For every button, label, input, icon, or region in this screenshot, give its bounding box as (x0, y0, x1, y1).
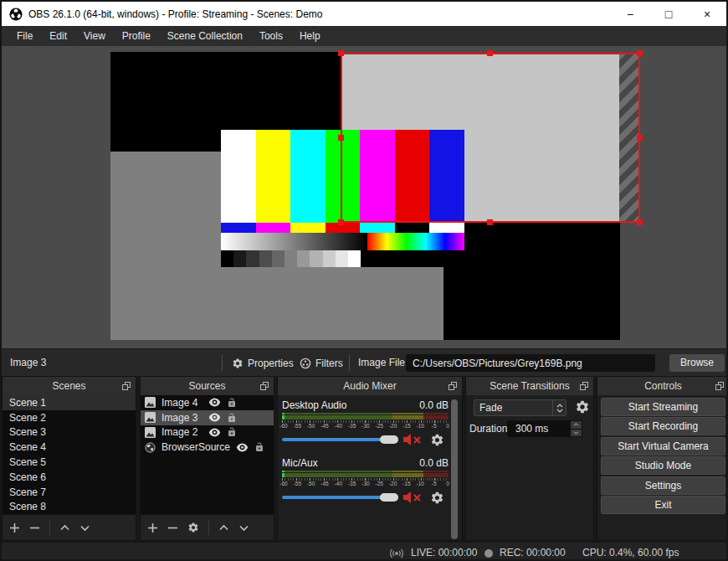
image-source-icon (145, 427, 156, 438)
volume-meter (282, 473, 449, 477)
mute-button[interactable] (402, 433, 424, 446)
volume-slider-handle[interactable] (380, 435, 398, 444)
selection-handle-bottom-mid[interactable] (487, 219, 493, 225)
add-scene-button[interactable] (9, 522, 20, 533)
source-name: Image 4 (161, 397, 203, 409)
selection-handle-mid-left[interactable] (338, 135, 344, 141)
start-streaming-button[interactable]: Start Streaming (601, 398, 725, 416)
scene-list-item[interactable]: Scene 7 (3, 485, 136, 500)
lock-open-icon[interactable] (227, 398, 237, 408)
channel-db-value: 0.0 dB (419, 457, 449, 469)
volume-slider[interactable] (282, 490, 398, 505)
close-button[interactable]: × (688, 2, 726, 26)
visibility-eye-icon[interactable] (208, 413, 221, 422)
separator (208, 521, 209, 535)
sources-list: Image 4 Image 3 Image 2 (141, 395, 274, 514)
mixer-scrollbar[interactable] (451, 399, 458, 539)
minimize-button[interactable]: − (611, 2, 649, 26)
lock-open-icon[interactable] (227, 427, 237, 437)
lock-open-icon[interactable] (227, 413, 237, 423)
controls-panel: Controls Start Streaming Start Recording… (597, 376, 728, 541)
transition-properties-gear-button[interactable] (575, 399, 590, 414)
remove-scene-button[interactable] (29, 522, 40, 533)
maximize-button[interactable]: □ (649, 2, 688, 26)
source-list-item[interactable]: Image 3 (141, 410, 274, 425)
move-scene-up-button[interactable] (59, 522, 70, 533)
selection-handle-bottom-left[interactable] (338, 219, 344, 225)
separator (49, 521, 50, 535)
selection-handle-bottom-right[interactable] (637, 219, 643, 225)
menu-item-help[interactable]: Help (291, 26, 329, 46)
menu-item-view[interactable]: View (75, 26, 114, 46)
dock-float-icon[interactable] (580, 382, 588, 390)
live-time: LIVE: 00:00:00 (411, 543, 477, 561)
dock-float-icon[interactable] (449, 382, 457, 390)
move-source-down-button[interactable] (238, 522, 249, 533)
browse-button[interactable]: Browse (669, 354, 725, 372)
channel-gear-icon[interactable] (430, 433, 444, 447)
start-virtual-camera-button[interactable]: Start Virtual Camera (601, 437, 725, 455)
selection-handle-top-mid[interactable] (487, 50, 493, 56)
meter-scale-labels: -60-55-50-45-40-35-30-25-20-15-10-50 (277, 481, 454, 487)
filters-button[interactable]: Filters (300, 349, 343, 377)
visibility-eye-icon[interactable] (208, 428, 221, 437)
menu-item-profile[interactable]: Profile (114, 26, 159, 46)
dock-float-icon[interactable] (715, 382, 724, 390)
lock-open-icon[interactable] (254, 442, 264, 452)
menu-item-file[interactable]: File (8, 26, 41, 46)
channel-gear-icon[interactable] (430, 491, 444, 505)
volume-slider[interactable] (282, 432, 398, 447)
scene-list-item[interactable]: Scene 8 (3, 500, 136, 514)
preview-canvas[interactable] (2, 46, 726, 348)
scene-list-item[interactable]: Scene 3 (3, 425, 136, 440)
scene-list-item[interactable]: Scene 4 (3, 440, 136, 455)
separator (222, 355, 223, 371)
duration-decrease-button[interactable] (571, 430, 582, 437)
properties-button[interactable]: Properties (232, 349, 294, 377)
selection-handle-top-right[interactable] (637, 50, 643, 56)
source-properties-gear-button[interactable] (187, 522, 199, 533)
volume-slider-handle[interactable] (380, 493, 398, 502)
menu-item-edit[interactable]: Edit (41, 26, 75, 46)
start-recording-button[interactable]: Start Recording (601, 417, 725, 435)
scene-list-item[interactable]: Scene 1 (3, 395, 136, 410)
visibility-eye-icon[interactable] (208, 398, 221, 407)
sources-panel-title: Sources (188, 380, 225, 392)
selection-handle-top-left[interactable] (338, 50, 344, 56)
scene-list-item[interactable]: Scene 5 (3, 455, 136, 470)
dock-area: Scenes Scene 1 Scene 2 Scene 3 Scene 4 S… (2, 376, 726, 542)
statusbar: LIVE: 00:00:00 REC: 00:00:00 CPU: 0.4%, … (2, 542, 726, 561)
dock-float-icon[interactable] (260, 382, 269, 390)
move-scene-down-button[interactable] (79, 522, 90, 533)
properties-label: Properties (248, 358, 294, 369)
dock-float-icon[interactable] (122, 382, 131, 390)
move-source-up-button[interactable] (218, 522, 229, 533)
record-dot-icon (484, 549, 493, 558)
sources-panel-header: Sources (141, 377, 274, 395)
duration-increase-button[interactable] (571, 421, 582, 429)
source-list-item[interactable]: BrowserSource (141, 440, 274, 455)
menu-item-scene-collection[interactable]: Scene Collection (159, 26, 251, 46)
controls-panel-header: Controls (597, 377, 728, 395)
source-list-item[interactable]: Image 4 (141, 395, 274, 410)
menu-item-tools[interactable]: Tools (251, 26, 291, 46)
settings-button[interactable]: Settings (601, 476, 725, 495)
selection-handle-mid-right[interactable] (637, 135, 643, 141)
channel-db-value: 0.0 dB (419, 399, 449, 411)
image-file-input[interactable] (406, 354, 655, 372)
scene-list-item[interactable]: Scene 2 (3, 410, 136, 425)
remove-source-button[interactable] (167, 522, 178, 533)
studio-mode-button[interactable]: Studio Mode (601, 456, 725, 475)
transition-select[interactable]: Fade (474, 399, 567, 416)
mute-button[interactable] (402, 491, 424, 504)
titlebar: OBS 26.1.0 (64-bit, windows) - Profile: … (2, 2, 726, 26)
source-list-item[interactable]: Image 2 (141, 425, 274, 440)
step-wedge-row (221, 250, 464, 267)
transition-selected-value: Fade (474, 402, 552, 414)
duration-spinbox[interactable]: 300 ms (507, 420, 582, 437)
visibility-eye-icon[interactable] (236, 443, 249, 452)
scene-list-item[interactable]: Scene 6 (3, 470, 136, 485)
add-source-button[interactable] (147, 522, 158, 533)
exit-button[interactable]: Exit (601, 496, 725, 514)
source-selection-box[interactable] (341, 53, 640, 223)
